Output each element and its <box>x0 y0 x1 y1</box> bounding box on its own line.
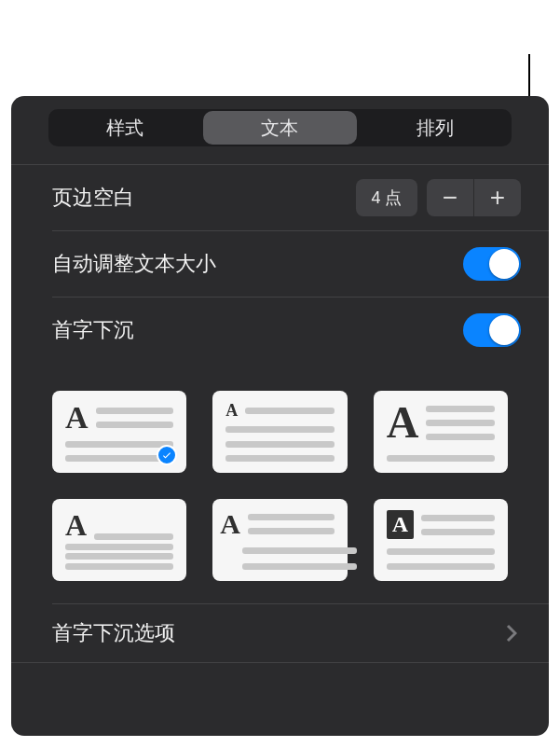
text-line-icon <box>96 408 174 414</box>
toggle-knob <box>489 249 519 279</box>
text-line-icon <box>421 529 495 535</box>
drop-cap-options-row[interactable]: 首字下沉选项 <box>11 604 549 662</box>
text-line-icon <box>426 406 495 412</box>
margin-increment[interactable]: + <box>474 179 521 216</box>
margin-label: 页边空白 <box>52 184 356 212</box>
drop-cap-toggle[interactable] <box>463 313 521 347</box>
text-line-icon <box>242 563 356 570</box>
margin-value[interactable]: 4 点 <box>356 179 417 216</box>
text-line-icon <box>387 455 495 462</box>
text-line-icon <box>94 533 173 540</box>
drop-cap-style-3[interactable]: A <box>374 391 508 473</box>
text-line-icon <box>96 422 174 428</box>
format-panel: 样式 文本 排列 页边空白 4 点 − + 自动调整文本大小 首字下沉 <box>11 96 549 736</box>
text-line-icon <box>426 434 495 440</box>
toggle-knob <box>489 315 519 345</box>
drop-cap-style-4[interactable]: A <box>52 499 186 581</box>
drop-cap-label: 首字下沉 <box>52 316 463 344</box>
tab-text[interactable]: 文本 <box>203 111 356 145</box>
auto-resize-label: 自动调整文本大小 <box>52 250 463 278</box>
drop-cap-options-label: 首字下沉选项 <box>52 619 506 647</box>
letter-a-boxed-icon: A <box>387 510 414 539</box>
letter-a-icon: A <box>225 402 238 419</box>
chevron-right-icon <box>506 624 517 643</box>
text-line-icon <box>65 544 173 550</box>
text-line-icon <box>248 528 335 534</box>
drop-cap-style-1[interactable]: A <box>52 391 186 473</box>
auto-resize-toggle[interactable] <box>463 247 521 281</box>
text-line-icon <box>421 515 495 521</box>
text-line-icon <box>65 441 173 448</box>
margin-row: 页边空白 4 点 − + <box>11 165 549 230</box>
text-line-icon <box>65 553 173 560</box>
drop-cap-style-6[interactable]: A <box>374 499 508 581</box>
drop-cap-style-grid: A A <box>11 363 549 603</box>
checkmark-icon <box>157 445 177 465</box>
letter-a-icon: A <box>65 510 87 540</box>
text-line-icon <box>248 514 335 520</box>
drop-cap-style-2[interactable]: A <box>212 391 347 473</box>
letter-a-icon: A <box>387 402 419 442</box>
text-panel-content: 页边空白 4 点 − + 自动调整文本大小 首字下沉 <box>11 157 549 736</box>
format-tabs: 样式 文本 排列 <box>48 109 512 146</box>
margin-stepper: − + <box>427 179 521 216</box>
margin-decrement[interactable]: − <box>427 179 473 216</box>
text-line-icon <box>65 563 173 570</box>
divider <box>11 662 549 663</box>
text-line-icon <box>387 563 495 570</box>
text-line-icon <box>225 455 334 462</box>
letter-a-icon: A <box>65 402 89 434</box>
text-line-icon <box>387 548 495 555</box>
letter-a-icon: A <box>220 510 240 538</box>
tab-style[interactable]: 样式 <box>48 109 201 146</box>
text-line-icon <box>242 547 356 554</box>
auto-resize-row: 自动调整文本大小 <box>11 231 549 297</box>
text-line-icon <box>426 420 495 426</box>
text-line-icon <box>225 426 334 433</box>
text-line-icon <box>245 408 334 414</box>
drop-cap-row: 首字下沉 <box>11 297 549 363</box>
text-line-icon <box>225 441 334 448</box>
tab-arrange[interactable]: 排列 <box>359 109 512 146</box>
drop-cap-style-5[interactable]: A <box>212 499 347 581</box>
